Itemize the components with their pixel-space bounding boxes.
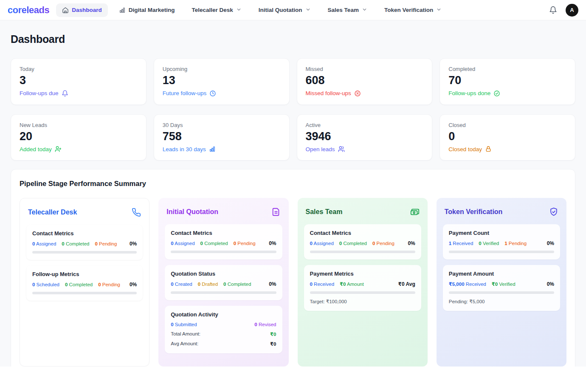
check-circle-icon	[493, 90, 500, 97]
stat-label: Completed	[448, 66, 566, 72]
stat-value: 70	[448, 74, 566, 87]
metric-row: 0 Assigned0 Completed0 Pending0%	[171, 240, 276, 246]
stat-caption: Closed today	[448, 146, 566, 152]
user-avatar[interactable]: A	[566, 4, 578, 17]
section-title: Contact Metrics	[310, 230, 415, 236]
notifications-bell-icon[interactable]	[549, 6, 557, 14]
progress-bar	[32, 251, 137, 254]
metric-assigned: 0 Assigned	[171, 241, 194, 246]
metric-verified: 0 Verified	[479, 241, 499, 246]
nav-item-initial-quotation[interactable]: Initial Quotation	[253, 3, 317, 17]
metric-pending: 0 Pending	[234, 241, 256, 246]
stage-title: Sales Team	[306, 208, 343, 216]
metric-completed: 0 Completed	[223, 282, 251, 287]
pipeline-stage-telecaller-desk: Telecaller DeskContact Metrics0 Assigned…	[20, 198, 149, 367]
metric-row: 1 Received0 Verified1 Pending0%	[449, 240, 554, 246]
metric-pending: 0 Pending	[372, 241, 394, 246]
progress-bar	[449, 291, 554, 294]
stat-card-closed: Closed0Closed today	[440, 114, 575, 161]
stat-value: 0	[448, 130, 566, 143]
phone-icon	[132, 208, 141, 217]
stat-label: Closed	[448, 122, 566, 128]
metric-row: 0 Assigned0 Completed0 Pending0%	[32, 241, 137, 247]
metric-row: 0 Assigned0 Completed0 Pending0%	[310, 240, 415, 246]
stage-section-contact-metrics: Contact Metrics0 Assigned0 Completed0 Pe…	[26, 225, 143, 260]
progress-bar	[171, 251, 276, 253]
metric-received: 0 Received	[310, 282, 335, 287]
clock-icon	[209, 90, 216, 97]
metric-received: ₹5,000 Received	[449, 281, 486, 287]
pipeline-stage-sales-team: Sales TeamContact Metrics0 Assigned0 Com…	[298, 198, 428, 367]
nav-item-sales-team[interactable]: Sales Team	[322, 3, 373, 17]
metric-row: 0 Scheduled0 Completed0 Pending0%	[32, 282, 137, 288]
pipeline-summary-title: Pipeline Stage Performance Summary	[20, 180, 566, 188]
section-title: Payment Amount	[449, 271, 554, 277]
nav-item-label: Token Verification	[384, 7, 433, 13]
metric-created: 0 Created	[171, 282, 192, 287]
stat-value: 3946	[306, 130, 424, 143]
stage-head: Sales Team	[304, 206, 421, 217]
nav-item-token-verification[interactable]: Token Verification	[378, 3, 448, 17]
stat-caption: Missed follow-ups	[306, 90, 424, 97]
section-title: Quotation Activity	[171, 311, 276, 318]
progress-bar	[310, 291, 415, 294]
stage-title: Initial Quotation	[166, 208, 218, 216]
stat-label: New Leads	[20, 122, 138, 128]
pipeline-summary-card: Pipeline Stage Performance Summary Telec…	[11, 169, 575, 367]
shield-check-icon	[549, 207, 558, 217]
metric-assigned: 0 Assigned	[32, 241, 56, 246]
home-icon	[62, 7, 69, 14]
metric-row: 0 Received₹0 Amount₹0 Avg	[310, 281, 415, 287]
stage-head: Telecaller Desk	[26, 206, 143, 217]
nav-item-label: Telecaller Desk	[192, 7, 233, 13]
lock-icon	[485, 146, 492, 152]
dashboard-main: Dashboard Today3Follow-ups dueUpcoming13…	[0, 20, 586, 367]
progress-bar	[32, 292, 137, 294]
stage-section-quotation-activity: Quotation Activity0 Submitted0 RevisedTo…	[165, 306, 282, 353]
user-plus-icon	[55, 146, 62, 152]
nav-item-digital-marketing[interactable]: Digital Marketing	[113, 3, 181, 17]
stage-title: Telecaller Desk	[28, 209, 77, 216]
section-right-value: 0%	[269, 281, 276, 287]
topbar-right: A	[549, 4, 578, 17]
file-text-icon	[271, 207, 281, 217]
section-footer: Pending: ₹5,000	[449, 299, 554, 305]
stat-caption: Follow-ups done	[448, 90, 566, 97]
section-title: Follow-up Metrics	[32, 271, 137, 277]
pipeline-stages-grid: Telecaller DeskContact Metrics0 Assigned…	[20, 198, 566, 367]
stat-card-new-leads: New Leads20Added today	[11, 114, 146, 161]
stage-section-payment-amount: Payment Amount₹5,000 Received₹0 Verified…	[443, 265, 560, 311]
bell-icon	[62, 90, 68, 97]
stage-section-payment-metrics: Payment Metrics0 Received₹0 Amount₹0 Avg…	[304, 265, 421, 311]
kv-row-total-amount: Total Amount:₹0	[171, 331, 276, 337]
coreleads-logo[interactable]: coreleads	[8, 5, 49, 16]
nav-item-label: Dashboard	[72, 7, 102, 13]
section-right-value: 0%	[130, 241, 137, 247]
metric-row: ₹5,000 Received₹0 Verified0%	[449, 281, 554, 287]
metric-pending: 1 Pending	[504, 241, 527, 246]
nav-item-telecaller-desk[interactable]: Telecaller Desk	[186, 3, 248, 17]
stat-card-today: Today3Follow-ups due	[11, 58, 146, 105]
stage-section-follow-up-metrics: Follow-up Metrics0 Scheduled0 Completed0…	[26, 265, 143, 301]
stat-value: 3	[20, 74, 138, 87]
nav-item-dashboard[interactable]: Dashboard	[56, 3, 108, 17]
metric-scheduled: 0 Scheduled	[32, 282, 59, 287]
chevron-down-icon	[362, 7, 367, 12]
metric-completed: 0 Completed	[65, 282, 93, 287]
stat-label: Today	[20, 66, 138, 72]
stat-card-completed: Completed70Follow-ups done	[440, 58, 575, 105]
section-right-value: 0%	[408, 240, 415, 246]
stage-head: Token Verification	[443, 206, 560, 217]
metric-pending: 0 Pending	[98, 282, 120, 287]
pipeline-stage-initial-quotation: Initial QuotationContact Metrics0 Assign…	[158, 198, 288, 367]
stat-value: 758	[163, 130, 281, 143]
section-title: Payment Metrics	[310, 271, 415, 277]
metric-pending: 0 Pending	[95, 241, 117, 246]
stat-caption: Follow-ups due	[20, 90, 138, 97]
stage-section-contact-metrics: Contact Metrics0 Assigned0 Completed0 Pe…	[165, 224, 282, 259]
stat-cards-grid: Today3Follow-ups dueUpcoming13Future fol…	[11, 58, 575, 161]
section-right-value: 0%	[130, 282, 137, 288]
bar-chart-icon	[119, 7, 126, 14]
stat-card-30-days: 30 Days758Leads in 30 days	[154, 114, 290, 161]
section-right-value: 0%	[547, 281, 554, 287]
